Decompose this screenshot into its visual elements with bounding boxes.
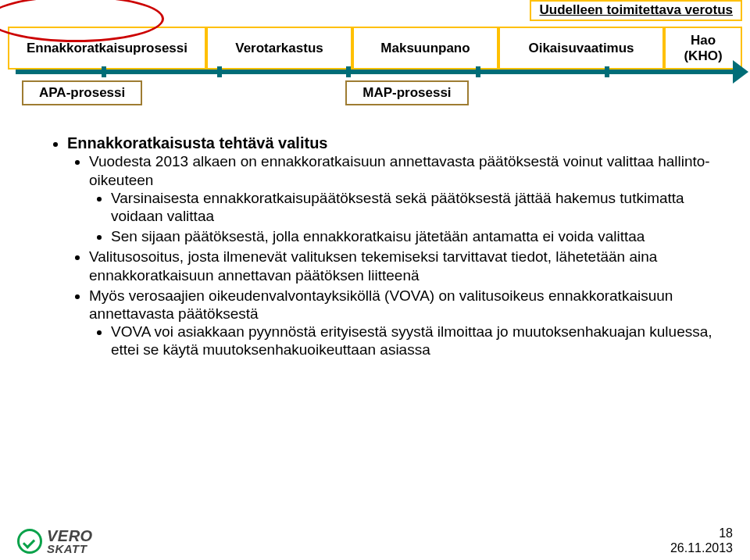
stage-ennakko: Ennakkoratkaisuprosessi xyxy=(8,27,206,70)
process-timeline: Uudelleen toimitettava verotus Ennakkora… xyxy=(0,0,750,127)
bullet: Valitusosoitus, josta ilmenevät valituks… xyxy=(89,248,719,284)
checkmark-icon xyxy=(17,529,42,554)
bullet: Sen sijaan päätöksestä, jolla ennakkorat… xyxy=(111,227,719,245)
slide-date: 26.11.2013 xyxy=(670,540,733,555)
stage-row: Ennakkoratkaisuprosessi Verotarkastus Ma… xyxy=(8,27,742,70)
slide-footer: VERO SKATT 18 26.11.2013 xyxy=(0,526,750,555)
main-content: Ennakkoratkaisusta tehtävä valitus Vuode… xyxy=(0,127,750,358)
bullet: Varsinaisesta ennakkoratkaisupäätöksestä… xyxy=(111,189,719,225)
vero-logo: VERO SKATT xyxy=(17,527,93,555)
content-title: Ennakkoratkaisusta tehtävä valitus Vuode… xyxy=(67,134,719,358)
stage-verotarkastus: Verotarkastus xyxy=(206,27,352,70)
stage-maksuunpano: Maksuunpano xyxy=(352,27,498,70)
bullet: Myös verosaajien oikeudenvalvontayksiköl… xyxy=(89,287,719,359)
stage-oikaisuvaatimus: Oikaisuvaatimus xyxy=(498,27,664,70)
bullet: VOVA voi asiakkaan pyynnöstä erityisestä… xyxy=(111,323,719,358)
bullet: Vuodesta 2013 alkaen on ennakkoratkaisuu… xyxy=(89,152,719,245)
apa-box: APA-prosessi xyxy=(22,80,142,105)
page-meta: 18 26.11.2013 xyxy=(670,526,733,555)
retitle-box: Uudelleen toimitettava verotus xyxy=(530,0,742,21)
map-box: MAP-prosessi xyxy=(345,80,468,105)
sub-process-row: APA-prosessi MAP-prosessi xyxy=(8,74,742,112)
page-number: 18 xyxy=(670,526,733,540)
logo-text-skatt: SKATT xyxy=(47,542,93,555)
stage-hao: Hao (KHO) xyxy=(664,27,742,70)
timeline-arrow xyxy=(16,70,734,74)
